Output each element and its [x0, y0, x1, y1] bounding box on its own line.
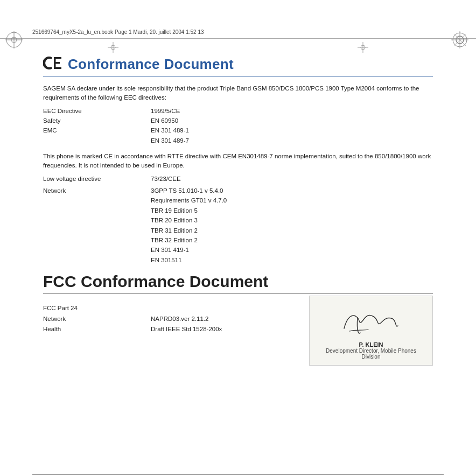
- fcc-part-label: FCC Part 24: [43, 303, 78, 313]
- fcc-title: FCC Conformance Document: [43, 272, 433, 291]
- fcc-health-label: Health: [43, 324, 151, 334]
- eec-value: 1999/5/CE: [151, 106, 433, 116]
- network-value-1: Requirements GT01 v 4.7.0: [151, 197, 227, 204]
- signature-image: [336, 302, 406, 339]
- network-value-6: EN 301 419-1: [151, 247, 189, 253]
- main-content: Conformance Document SAGEM SA declare un…: [0, 39, 476, 382]
- page: 251669764_myX5-2a_lu_en.book Page 1 Mard…: [0, 26, 476, 476]
- low-voltage-value: 73/23/CEE: [151, 174, 433, 184]
- corner-mark-tr: [450, 30, 472, 52]
- fcc-part-row: FCC Part 24: [43, 303, 309, 313]
- signature-name: P. KLEIN: [320, 341, 422, 348]
- emc-label: EMC: [43, 125, 151, 135]
- safety-label: Safety: [43, 116, 151, 125]
- crosshair-top-left: [108, 42, 118, 54]
- network-value-4: TBR 31 Edition 2: [151, 227, 198, 234]
- emc-value-1: EN 301 489-1: [151, 125, 433, 135]
- conformance-intro: SAGEM SA declare under its sole responsi…: [43, 84, 433, 103]
- fcc-table: FCC Part 24 Network NAPRD03.ver 2.11.2 H…: [43, 303, 309, 334]
- network-value-2: TBR 19 Edition 5: [151, 207, 198, 214]
- network-value-5: TBR 32 Edition 2: [151, 237, 198, 243]
- fcc-health-value: Draft IEEE Std 1528-200x: [151, 324, 309, 334]
- fcc-network-label: Network: [43, 314, 151, 324]
- directive-row-eec: EEC Directive 1999/5/CE: [43, 106, 433, 116]
- fcc-content-row: FCC Part 24 Network NAPRD03.ver 2.11.2 H…: [43, 301, 433, 366]
- directive-row-emc2: EN 301 489-7: [43, 136, 433, 145]
- conformance-title-row: Conformance Document: [43, 55, 433, 74]
- signature-box: P. KLEIN Development Director, Mobile Ph…: [309, 296, 433, 366]
- svg-rect-29: [54, 67, 61, 69]
- fcc-network-row: Network NAPRD03.ver 2.11.2: [43, 314, 309, 324]
- signature-title: Development Director, Mobile Phones Divi…: [320, 348, 422, 360]
- bottom-line: [32, 474, 444, 475]
- conformance-title: Conformance Document: [68, 56, 234, 73]
- network-value-7: EN 301511: [151, 257, 182, 263]
- directive-row-safety: Safety EN 60950: [43, 116, 433, 125]
- ce-rtte-text: This phone is marked CE in accordance wi…: [43, 152, 433, 171]
- low-voltage-row: Low voltage directive 73/23/CEE: [43, 174, 433, 184]
- conformance-section: Conformance Document SAGEM SA declare un…: [43, 55, 433, 265]
- svg-rect-27: [54, 57, 61, 59]
- fcc-divider: [43, 293, 433, 293]
- low-voltage-label: Low voltage directive: [43, 174, 151, 184]
- low-voltage-network-table: Low voltage directive 73/23/CEE Network …: [43, 174, 433, 265]
- network-value-3: TBR 20 Edition 3: [151, 217, 198, 223]
- ce-mark-icon: [43, 55, 64, 74]
- fcc-section: FCC Conformance Document FCC Part 24 Net…: [43, 272, 433, 366]
- fcc-health-row: Health Draft IEEE Std 1528-200x: [43, 324, 309, 334]
- directive-row-emc: EMC EN 301 489-1: [43, 125, 433, 135]
- network-row: Network 3GPP TS 51.010-1 v 5.4.0 Require…: [43, 186, 433, 265]
- safety-value: EN 60950: [151, 116, 433, 125]
- directives-table: EEC Directive 1999/5/CE Safety EN 60950 …: [43, 106, 433, 146]
- crosshair-top-right: [358, 42, 368, 54]
- emc-label2: [43, 136, 151, 145]
- network-label: Network: [43, 186, 151, 265]
- fcc-network-value: NAPRD03.ver 2.11.2: [151, 314, 309, 324]
- svg-rect-28: [54, 62, 60, 64]
- corner-mark-tl: [4, 30, 26, 52]
- conformance-divider: [43, 76, 433, 76]
- file-info-text: 251669764_myX5-2a_lu_en.book Page 1 Mard…: [32, 29, 204, 35]
- emc-value-2: EN 301 489-7: [151, 136, 433, 145]
- eec-label: EEC Directive: [43, 106, 151, 116]
- network-value-0: 3GPP TS 51.010-1 v 5.4.0: [151, 187, 223, 194]
- file-info-bar: 251669764_myX5-2a_lu_en.book Page 1 Mard…: [0, 26, 476, 39]
- network-values: 3GPP TS 51.010-1 v 5.4.0 Requirements GT…: [151, 186, 433, 265]
- fcc-details: FCC Part 24 Network NAPRD03.ver 2.11.2 H…: [43, 301, 309, 339]
